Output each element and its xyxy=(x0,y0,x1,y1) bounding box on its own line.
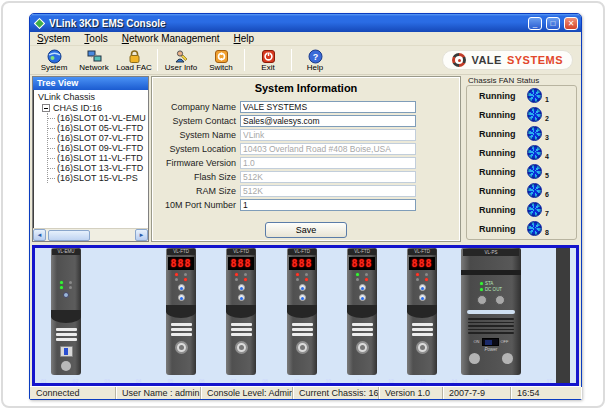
reset-button xyxy=(63,292,69,298)
brand-logo: VALE SYSTEMS xyxy=(442,50,573,70)
save-button[interactable]: Save xyxy=(265,222,347,238)
toolbar-exit-button[interactable]: Exit xyxy=(248,47,288,74)
power-switch-row: ON OFF xyxy=(474,338,509,346)
vale-systems-logo-icon xyxy=(452,53,466,67)
round-connector xyxy=(175,341,188,354)
seven-segment-display: 888 xyxy=(168,257,193,270)
tree-item-slot[interactable]: (16)SLOT 01-VL-EMU xyxy=(48,113,148,123)
collapse-icon[interactable] xyxy=(42,104,50,112)
company-name-input[interactable] xyxy=(240,101,416,113)
flash-size-input xyxy=(240,171,416,183)
seven-segment-display: 888 xyxy=(349,257,374,270)
toolbar-system-button[interactable]: System xyxy=(34,47,74,74)
status-version: Version 1.0 xyxy=(379,387,443,399)
menu-network-management[interactable]: Network Management xyxy=(115,33,227,44)
close-button[interactable]: ✕ xyxy=(564,17,578,30)
card-handle xyxy=(407,305,437,318)
tree-item-slot[interactable]: (16)SLOT 15-VL-PS xyxy=(48,173,148,183)
system-name-input xyxy=(240,129,416,141)
vent-bars xyxy=(292,323,313,336)
card-handle xyxy=(166,305,196,318)
brand-name-primary: VALE xyxy=(471,54,502,66)
card-handle xyxy=(226,305,256,318)
led-block xyxy=(235,273,247,281)
tree-item-slot[interactable]: (16)SLOT 09-VL-FTD xyxy=(48,143,148,153)
status-user: User Name : admin xyxy=(116,387,201,399)
scroll-right-icon[interactable]: ► xyxy=(135,229,148,241)
port-number-input[interactable] xyxy=(240,199,416,211)
tree-chassis-item[interactable]: CHAS ID:16 xyxy=(42,103,148,113)
field-label: System Name xyxy=(152,130,240,140)
tree-item-slot[interactable]: (16)SLOT 13-VL-FTD xyxy=(48,163,148,173)
seven-segment-display: 888 xyxy=(228,257,253,270)
toolbar: System Network Load FAC User Info Switch… xyxy=(30,46,581,75)
fan-icon xyxy=(527,164,542,179)
main-area: Tree View VLink Chassis CHAS ID:16 (16)S… xyxy=(30,75,581,245)
scrollbar-thumb[interactable] xyxy=(48,230,90,241)
toolbar-load-fac-button[interactable]: Load FAC xyxy=(114,47,154,74)
tree-slot-list: (16)SLOT 01-VL-EMU (16)SLOT 05-VL-FTD (1… xyxy=(47,113,148,183)
fan-group-box: Running1 Running2 Running3 Running4 Runn… xyxy=(466,85,577,240)
chassis-card-ftd[interactable]: VL-FTD 888 xyxy=(407,248,437,375)
exit-icon xyxy=(261,49,276,64)
usb-port xyxy=(60,346,73,357)
field-label: System Location xyxy=(152,144,240,154)
maximize-button[interactable]: □ xyxy=(546,17,560,30)
chassis-card-ps[interactable]: VL-PS STA DC OUT ON OFF Power xyxy=(461,248,521,375)
fan-icon xyxy=(527,202,542,217)
toolbar-help-button[interactable]: ? Help xyxy=(295,47,335,74)
ram-size-input xyxy=(240,185,416,197)
fan-icon xyxy=(527,221,542,236)
toolbar-network-button[interactable]: Network xyxy=(74,47,114,74)
bnc-connector xyxy=(299,294,306,301)
round-connector xyxy=(296,341,309,354)
bnc-connector xyxy=(238,284,245,291)
tree-item-slot[interactable]: (16)SLOT 05-VL-FTD xyxy=(48,123,148,133)
screenshot-frame: VLink 3KD EMS Console _ □ ✕ System Tools… xyxy=(1,1,605,408)
chassis-card-ftd[interactable]: VL-FTD 888 xyxy=(166,248,196,375)
brand-name-secondary: SYSTEMS xyxy=(507,54,563,66)
card-knob xyxy=(61,361,71,371)
network-icon xyxy=(87,49,102,64)
card-handle xyxy=(287,305,317,318)
ps-slot-bar xyxy=(467,310,515,314)
menu-system[interactable]: System xyxy=(30,33,77,44)
toolbar-separator xyxy=(291,49,292,71)
chassis-fan-status-panel: Chassis FAN Status Running1 Running2 Run… xyxy=(464,76,579,242)
chassis-front-panel: VL-EMU VL-FTD 888 VL-FTD xyxy=(32,245,579,386)
menu-tools[interactable]: Tools xyxy=(77,33,114,44)
fan-icon xyxy=(527,145,542,160)
scroll-left-icon[interactable]: ◄ xyxy=(33,229,46,241)
chassis-card-ftd[interactable]: VL-FTD 888 xyxy=(226,248,256,375)
menu-help[interactable]: Help xyxy=(227,33,262,44)
toolbar-switch-button[interactable]: Switch xyxy=(201,47,241,74)
power-switch[interactable] xyxy=(482,338,499,346)
system-information-panel: System Information Company Name System C… xyxy=(151,76,461,242)
minimize-button[interactable]: _ xyxy=(528,17,542,30)
toolbar-user-info-button[interactable]: User Info xyxy=(161,47,201,74)
tree-view-panel: Tree View VLink Chassis CHAS ID:16 (16)S… xyxy=(32,76,149,242)
led-block xyxy=(356,273,368,281)
chassis-card-emu[interactable]: VL-EMU xyxy=(51,248,81,375)
title-bar[interactable]: VLink 3KD EMS Console _ □ ✕ xyxy=(30,14,581,32)
field-label: 10M Port Number xyxy=(152,200,240,210)
led-block xyxy=(416,273,428,281)
fan-row: Running7 xyxy=(467,200,576,219)
tree-root-item[interactable]: VLink Chassis xyxy=(36,92,148,102)
fan-icon xyxy=(527,183,542,198)
system-contact-input[interactable] xyxy=(240,115,416,127)
toolbar-separator xyxy=(157,49,158,71)
fan-row: Running8 xyxy=(467,219,576,238)
led-block xyxy=(296,273,308,281)
fan-row: Running2 xyxy=(467,105,576,124)
chassis-card-ftd[interactable]: VL-FTD 888 xyxy=(287,248,317,375)
led-block xyxy=(175,273,187,281)
chassis-card-ftd[interactable]: VL-FTD 888 xyxy=(347,248,377,375)
fan-row: Running4 xyxy=(467,143,576,162)
tree-item-slot[interactable]: (16)SLOT 11-VL-FTD xyxy=(48,153,148,163)
vent-bars xyxy=(352,323,373,336)
bnc-connector xyxy=(359,284,366,291)
horizontal-scrollbar[interactable]: ◄ ► xyxy=(33,228,148,241)
tree-item-slot[interactable]: (16)SLOT 07-VL-FTD xyxy=(48,133,148,143)
bnc-connector xyxy=(178,294,185,301)
